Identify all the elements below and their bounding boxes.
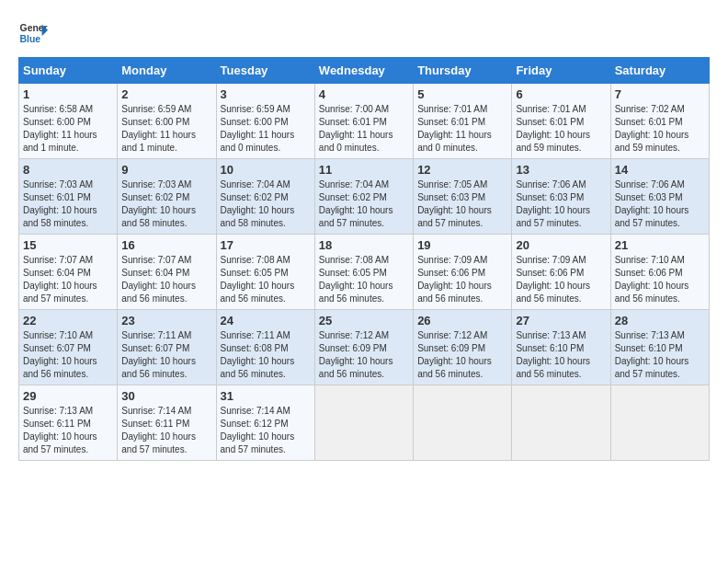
day-number: 21 xyxy=(615,238,705,252)
daylight: Daylight: 10 hours and 59 minutes. xyxy=(516,130,590,153)
day-info: Sunrise: 7:11 AMSunset: 6:07 PMDaylight:… xyxy=(121,329,211,381)
daylight: Daylight: 10 hours and 56 minutes. xyxy=(319,281,393,304)
sunset: Sunset: 6:10 PM xyxy=(516,343,584,353)
day-info: Sunrise: 7:01 AMSunset: 6:01 PMDaylight:… xyxy=(516,103,606,155)
day-number: 2 xyxy=(121,87,211,101)
day-number: 19 xyxy=(417,238,507,252)
day-info: Sunrise: 7:13 AMSunset: 6:11 PMDaylight:… xyxy=(23,405,113,456)
daylight: Daylight: 10 hours and 58 minutes. xyxy=(23,205,97,228)
calendar-cell: 6Sunrise: 7:01 AMSunset: 6:01 PMDaylight… xyxy=(512,84,610,159)
day-number: 6 xyxy=(516,87,606,101)
day-info: Sunrise: 7:08 AMSunset: 6:05 PMDaylight:… xyxy=(319,254,409,305)
day-info: Sunrise: 7:05 AMSunset: 6:03 PMDaylight:… xyxy=(417,178,507,230)
daylight: Daylight: 10 hours and 57 minutes. xyxy=(516,205,590,228)
calendar-cell: 8Sunrise: 7:03 AMSunset: 6:01 PMDaylight… xyxy=(19,159,118,235)
calendar-cell: 4Sunrise: 7:00 AMSunset: 6:01 PMDaylight… xyxy=(314,84,413,159)
sunrise: Sunrise: 7:14 AM xyxy=(221,406,290,416)
day-info: Sunrise: 7:08 AMSunset: 6:05 PMDaylight:… xyxy=(221,254,311,305)
calendar-table: SundayMondayTuesdayWednesdayThursdayFrid… xyxy=(18,57,710,461)
day-info: Sunrise: 7:00 AMSunset: 6:01 PMDaylight:… xyxy=(319,103,409,155)
calendar-cell: 13Sunrise: 7:06 AMSunset: 6:03 PMDayligh… xyxy=(512,159,610,235)
calendar-cell xyxy=(314,385,413,461)
calendar-cell: 21Sunrise: 7:10 AMSunset: 6:06 PMDayligh… xyxy=(610,235,709,310)
sunset: Sunset: 6:00 PM xyxy=(221,117,289,127)
sunset: Sunset: 6:00 PM xyxy=(121,117,189,127)
daylight: Daylight: 10 hours and 56 minutes. xyxy=(417,356,492,379)
day-number: 10 xyxy=(221,163,311,177)
calendar-cell: 18Sunrise: 7:08 AMSunset: 6:05 PMDayligh… xyxy=(314,235,413,310)
calendar-cell: 25Sunrise: 7:12 AMSunset: 6:09 PMDayligh… xyxy=(314,310,413,385)
daylight: Daylight: 10 hours and 57 minutes. xyxy=(319,205,393,228)
daylight: Daylight: 10 hours and 56 minutes. xyxy=(615,281,689,304)
sunrise: Sunrise: 7:13 AM xyxy=(615,330,685,340)
day-number: 29 xyxy=(23,389,113,403)
day-info: Sunrise: 7:06 AMSunset: 6:03 PMDaylight:… xyxy=(615,178,705,230)
calendar-cell xyxy=(414,385,512,461)
daylight: Daylight: 10 hours and 56 minutes. xyxy=(221,281,295,304)
sunrise: Sunrise: 7:12 AM xyxy=(319,330,389,340)
calendar-cell: 14Sunrise: 7:06 AMSunset: 6:03 PMDayligh… xyxy=(610,159,709,235)
sunrise: Sunrise: 7:03 AM xyxy=(121,179,191,190)
header-day-sunday: Sunday xyxy=(19,58,118,84)
day-number: 11 xyxy=(319,163,409,177)
sunset: Sunset: 6:01 PM xyxy=(417,117,485,127)
sunset: Sunset: 6:01 PM xyxy=(516,117,584,127)
sunset: Sunset: 6:03 PM xyxy=(615,192,683,202)
day-number: 9 xyxy=(121,163,211,177)
day-number: 16 xyxy=(121,238,211,252)
sunrise: Sunrise: 7:06 AM xyxy=(516,179,586,190)
sunrise: Sunrise: 7:13 AM xyxy=(23,406,93,416)
day-info: Sunrise: 7:07 AMSunset: 6:04 PMDaylight:… xyxy=(23,254,113,305)
day-number: 1 xyxy=(23,87,113,101)
day-info: Sunrise: 7:06 AMSunset: 6:03 PMDaylight:… xyxy=(516,178,606,230)
calendar-week-0: 1Sunrise: 6:58 AMSunset: 6:00 PMDaylight… xyxy=(19,84,710,159)
sunrise: Sunrise: 7:11 AM xyxy=(221,330,290,340)
day-number: 4 xyxy=(319,87,409,101)
calendar-cell: 28Sunrise: 7:13 AMSunset: 6:10 PMDayligh… xyxy=(610,310,709,385)
day-number: 15 xyxy=(23,238,113,252)
sunrise: Sunrise: 7:12 AM xyxy=(417,330,487,340)
calendar-cell: 2Sunrise: 6:59 AMSunset: 6:00 PMDaylight… xyxy=(118,84,216,159)
daylight: Daylight: 10 hours and 57 minutes. xyxy=(121,431,196,454)
day-number: 8 xyxy=(23,163,113,177)
daylight: Daylight: 10 hours and 58 minutes. xyxy=(221,205,295,228)
day-number: 30 xyxy=(121,389,211,403)
daylight: Daylight: 10 hours and 57 minutes. xyxy=(221,431,295,454)
day-info: Sunrise: 7:13 AMSunset: 6:10 PMDaylight:… xyxy=(615,329,705,381)
svg-text:Blue: Blue xyxy=(20,34,41,44)
calendar-cell: 30Sunrise: 7:14 AMSunset: 6:11 PMDayligh… xyxy=(118,385,216,461)
calendar-cell: 12Sunrise: 7:05 AMSunset: 6:03 PMDayligh… xyxy=(414,159,512,235)
day-number: 5 xyxy=(417,87,507,101)
day-info: Sunrise: 7:09 AMSunset: 6:06 PMDaylight:… xyxy=(516,254,606,305)
header-day-tuesday: Tuesday xyxy=(216,58,314,84)
calendar-cell: 11Sunrise: 7:04 AMSunset: 6:02 PMDayligh… xyxy=(314,159,413,235)
day-number: 7 xyxy=(615,87,705,101)
daylight: Daylight: 11 hours and 0 minutes. xyxy=(319,130,393,153)
sunset: Sunset: 6:12 PM xyxy=(221,419,289,429)
daylight: Daylight: 10 hours and 57 minutes. xyxy=(417,205,492,228)
header-day-friday: Friday xyxy=(512,58,610,84)
sunset: Sunset: 6:07 PM xyxy=(121,343,189,353)
day-info: Sunrise: 7:01 AMSunset: 6:01 PMDaylight:… xyxy=(417,103,507,155)
calendar-cell xyxy=(610,385,709,461)
day-info: Sunrise: 7:13 AMSunset: 6:10 PMDaylight:… xyxy=(516,329,606,381)
sunset: Sunset: 6:05 PM xyxy=(221,268,289,278)
sunrise: Sunrise: 7:11 AM xyxy=(121,330,191,340)
calendar-cell: 10Sunrise: 7:04 AMSunset: 6:02 PMDayligh… xyxy=(216,159,314,235)
sunrise: Sunrise: 7:09 AM xyxy=(516,255,586,265)
sunrise: Sunrise: 7:06 AM xyxy=(615,179,685,190)
calendar-cell: 16Sunrise: 7:07 AMSunset: 6:04 PMDayligh… xyxy=(118,235,216,310)
sunset: Sunset: 6:09 PM xyxy=(417,343,485,353)
day-number: 22 xyxy=(23,314,113,327)
calendar-header: SundayMondayTuesdayWednesdayThursdayFrid… xyxy=(19,58,710,84)
day-info: Sunrise: 6:59 AMSunset: 6:00 PMDaylight:… xyxy=(121,103,211,155)
sunset: Sunset: 6:01 PM xyxy=(23,192,91,202)
daylight: Daylight: 11 hours and 0 minutes. xyxy=(417,130,492,153)
calendar-cell: 17Sunrise: 7:08 AMSunset: 6:05 PMDayligh… xyxy=(216,235,314,310)
daylight: Daylight: 10 hours and 57 minutes. xyxy=(615,205,689,228)
calendar-cell: 26Sunrise: 7:12 AMSunset: 6:09 PMDayligh… xyxy=(414,310,512,385)
day-info: Sunrise: 7:03 AMSunset: 6:02 PMDaylight:… xyxy=(121,178,211,230)
sunrise: Sunrise: 6:59 AM xyxy=(121,104,191,114)
calendar-cell: 20Sunrise: 7:09 AMSunset: 6:06 PMDayligh… xyxy=(512,235,610,310)
day-number: 28 xyxy=(615,314,705,327)
